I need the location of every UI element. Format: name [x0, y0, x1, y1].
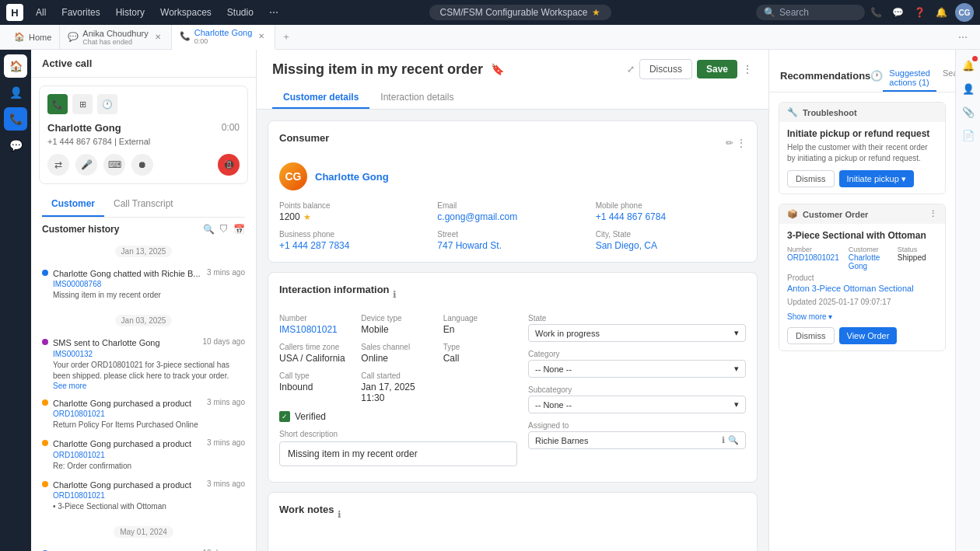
home-icon: 🏠 — [14, 32, 25, 42]
save-button[interactable]: Save — [697, 60, 737, 78]
chat-nav-icon[interactable]: 💬 — [4, 134, 27, 157]
verified-checkbox[interactable]: ✓ — [279, 411, 290, 422]
call-clock-icon[interactable]: 🕐 — [97, 94, 117, 114]
order-more-icon[interactable]: ⋮ — [929, 209, 937, 219]
end-call-btn[interactable]: 📵 — [218, 154, 240, 176]
tab-charlotte[interactable]: 📞 Charlotte Gong 0:00 ✕ — [172, 25, 276, 50]
info-btn[interactable]: ℹ — [722, 435, 725, 445]
short-desc-input[interactable]: Missing item in my recent order — [279, 441, 517, 466]
nav-favorites[interactable]: Favorites — [55, 5, 106, 20]
nav-studio[interactable]: Studio — [221, 5, 260, 20]
mute-btn[interactable]: 🎤 — [75, 154, 97, 176]
chevron-icon: ▾ — [734, 328, 739, 338]
history-item-link[interactable]: ORD10801021 — [53, 491, 245, 500]
history-item-link[interactable]: ORD10801021 — [53, 451, 245, 459]
history-search-icon[interactable]: 🔍 — [203, 224, 215, 235]
search-btn[interactable]: 🔍 — [728, 435, 739, 445]
tab-anika[interactable]: 💬 Anika Choudhury Chat has ended ✕ — [60, 25, 171, 50]
nav-history[interactable]: History — [110, 5, 151, 20]
notifications-icon[interactable]: 🔔 — [959, 56, 978, 75]
order-dismiss-button[interactable]: Dismiss — [787, 327, 835, 344]
user-avatar[interactable]: CG — [955, 3, 974, 22]
tab-interaction-details[interactable]: Interaction details — [369, 87, 464, 109]
street-value[interactable]: 747 Howard St. — [437, 240, 587, 251]
call-grid-icon[interactable]: ⊞ — [72, 94, 93, 114]
customer-tab[interactable]: Customer — [42, 192, 104, 217]
more-icon[interactable]: ⋮ — [737, 138, 746, 148]
dismiss-action-button[interactable]: Dismiss — [787, 170, 835, 187]
nav-more[interactable]: ⋯ — [263, 5, 285, 20]
help-icon-btn[interactable]: ❓ — [912, 4, 929, 21]
history-calendar-icon[interactable]: 📅 — [233, 224, 245, 235]
history-item-link[interactable]: IMS00008768 — [53, 280, 245, 288]
record-btn[interactable]: ⏺ — [131, 154, 153, 176]
tab-more-button[interactable]: ⋯ — [952, 29, 974, 46]
top-nav: H All Favorites History Workspaces Studi… — [0, 0, 980, 25]
tab-charlotte-close[interactable]: ✕ — [256, 31, 267, 42]
history-item-time: 3 mins ago — [207, 268, 245, 280]
home-nav-icon[interactable]: 🏠 — [4, 54, 27, 78]
more-actions-icon[interactable]: ⋮ — [742, 63, 753, 75]
subcategory-select[interactable]: -- None -- ▾ — [528, 396, 746, 413]
suggested-actions-tab[interactable]: Suggested actions (1) — [883, 65, 936, 92]
dropdown-arrow-icon[interactable]: ▾ — [901, 174, 906, 184]
category-select[interactable]: -- None -- ▾ — [528, 360, 746, 378]
nav-workspaces[interactable]: Workspaces — [154, 5, 218, 20]
see-more-link[interactable]: See more — [53, 382, 245, 390]
app-logo[interactable]: H — [6, 4, 23, 21]
history-item-link[interactable]: IMS000132 — [53, 350, 245, 358]
discuss-button[interactable]: Discuss — [639, 59, 692, 79]
consumer-name[interactable]: Charlotte Gong — [315, 171, 389, 183]
mobile-value[interactable]: +1 444 867 6784 — [596, 211, 746, 222]
keypad-btn[interactable]: ⌨ — [103, 154, 125, 176]
troubleshoot-header: 🔧 Troubleshoot — [779, 103, 945, 122]
tab-customer-details[interactable]: Customer details — [272, 87, 369, 109]
business-value[interactable]: +1 444 287 7834 — [279, 240, 429, 251]
show-more-link[interactable]: Show more ▾ — [787, 312, 937, 321]
chat-icon-btn[interactable]: 💬 — [890, 4, 907, 21]
order-customer-value[interactable]: Charlotte Gong — [849, 253, 888, 270]
history-filter-icon[interactable]: ⛉ — [219, 224, 229, 235]
nav-all[interactable]: All — [30, 5, 52, 20]
paperclip-icon[interactable]: 📎 — [959, 103, 978, 121]
search-box[interactable]: 🔍 Search — [756, 5, 865, 20]
date-divider-may01: May 01, 2024 — [114, 526, 173, 538]
user-right-icon[interactable]: 👤 — [959, 79, 978, 98]
email-value[interactable]: c.gong@gmail.com — [437, 211, 587, 222]
transfer-btn[interactable]: ⇄ — [47, 154, 69, 176]
item-dot-orange — [42, 399, 48, 406]
tab-home[interactable]: 🏠 Home — [6, 25, 60, 50]
tab-charlotte-subtitle: 0:00 — [194, 37, 253, 45]
call-phone-icon[interactable]: 📞 — [47, 94, 68, 114]
tab-add-button[interactable]: ＋ — [275, 27, 297, 47]
product-label: Product — [787, 274, 937, 282]
history-item-title: Charlotte Gong chatted with Richie B... — [53, 268, 201, 280]
bell-icon-btn[interactable]: 🔔 — [933, 4, 950, 21]
product-value[interactable]: Anton 3-Piece Ottoman Sectional — [787, 284, 937, 293]
contact-nav-icon[interactable]: 👤 — [4, 81, 27, 104]
phone-icon-btn[interactable]: 📞 — [868, 4, 885, 21]
workspace-badge[interactable]: CSM/FSM Configurable Workspace ★ — [429, 5, 612, 20]
date-divider-jan13: Jan 13, 2025 — [115, 246, 173, 257]
initiate-pickup-button[interactable]: Initiate pickup ▾ — [839, 170, 914, 187]
state-select[interactable]: Work in progress ▾ — [528, 324, 746, 342]
rec-clock-icon[interactable]: 🕐 — [870, 70, 883, 82]
wrench-icon: 🔧 — [787, 107, 798, 117]
number-value[interactable]: IMS10801021 — [279, 324, 353, 335]
city-value[interactable]: San Diego, CA — [596, 240, 746, 251]
edit-icon[interactable]: ✏ — [726, 138, 733, 148]
assigned-to-select[interactable]: Richie Barnes ℹ 🔍 — [528, 431, 746, 449]
history-item-link[interactable]: ORD10801021 — [53, 410, 245, 418]
order-status-label: Status — [898, 246, 937, 253]
call-transcript-tab[interactable]: Call Transcript — [104, 192, 183, 217]
history-item-desc: Your order ORD10801021 for 3-piece secti… — [53, 360, 245, 382]
view-order-button[interactable]: View Order — [839, 327, 898, 344]
tab-anika-close[interactable]: ✕ — [152, 32, 163, 43]
bookmark-icon[interactable]: 🔖 — [491, 63, 504, 75]
active-call-nav-icon[interactable]: 📞 — [4, 107, 27, 131]
search-tab[interactable]: Search — [936, 65, 955, 92]
document-icon[interactable]: 📄 — [959, 126, 978, 145]
order-number-value[interactable]: ORD10801021 — [787, 253, 839, 262]
expand-icon[interactable]: ⤢ — [627, 64, 635, 75]
history-item-time: 3 mins ago — [207, 438, 245, 450]
